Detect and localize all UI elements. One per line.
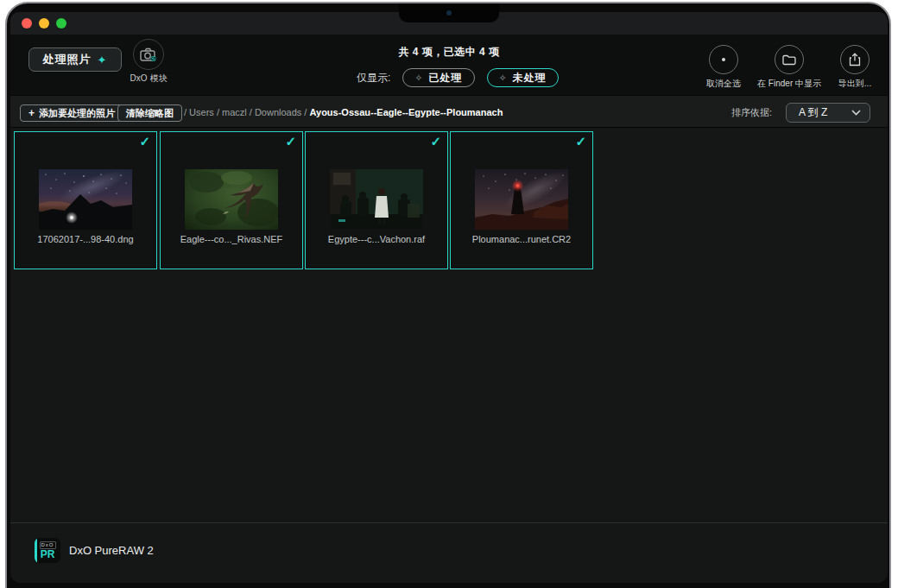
process-photos-label: 处理照片 <box>43 52 92 67</box>
camera-notch <box>399 3 499 22</box>
selected-check-icon: ✓ <box>285 134 296 149</box>
dxo-modules-button[interactable]: DxO 模块 <box>130 39 168 85</box>
close-window-button[interactable] <box>22 18 32 28</box>
deselect-all-label: 取消全选 <box>706 78 741 90</box>
logo-accent-bar <box>35 538 37 563</box>
dxo-modules-label: DxO 模块 <box>130 73 168 85</box>
fullscreen-window-button[interactable] <box>56 18 66 28</box>
clear-thumbnails-button[interactable]: 清除缩略图 <box>117 104 182 122</box>
show-in-finder-label: 在 Finder 中显示 <box>757 78 821 90</box>
photo-filename: 17062017-...98-40.dng <box>15 234 156 244</box>
breadcrumb-path[interactable]: / Users / maczl / Downloads / <box>184 107 310 117</box>
sparkle-outline-icon: ✧ <box>499 73 508 84</box>
secondary-toolbar: + 添加要处理的照片 清除缩略图 / Users / maczl / Downl… <box>10 95 888 128</box>
photo-filename: Egypte---c...Vachon.raf <box>306 234 447 244</box>
photo-tile[interactable]: ✓ <box>305 131 448 269</box>
header-actions: 取消全选 在 Finder 中显示 导出到... <box>701 45 877 90</box>
sort-order-value: A 到 Z <box>799 105 827 120</box>
traffic-lights <box>22 18 66 28</box>
app-window: 处理照片 ✦ DxO 模块 共 4 项，已选中 4 项 仅显示: ✧ <box>10 12 888 583</box>
photo-thumbnail <box>39 169 132 230</box>
footer-bar: DxO PR DxO PureRAW 2 <box>10 522 888 583</box>
photo-tile[interactable]: ✓ <box>14 131 157 269</box>
photo-grid: ✓ <box>10 128 888 522</box>
selected-check-icon: ✓ <box>575 134 586 149</box>
minimize-window-button[interactable] <box>39 18 49 28</box>
filter-label: 仅显示: <box>357 71 390 85</box>
main-toolbar: 处理照片 ✦ DxO 模块 共 4 项，已选中 4 项 仅显示: ✧ <box>10 35 888 95</box>
plus-icon: + <box>28 107 35 119</box>
filter-processed-label: 已处理 <box>429 71 463 85</box>
deselect-all-icon <box>709 45 738 74</box>
photo-filename: Ploumanac...runet.CR2 <box>451 234 592 244</box>
sparkle-icon: ✦ <box>98 54 108 66</box>
add-photos-button[interactable]: + 添加要处理的照片 <box>20 104 123 122</box>
camera-icon <box>133 39 164 70</box>
app-name: DxO PureRAW 2 <box>69 544 154 557</box>
selected-check-icon: ✓ <box>430 134 441 149</box>
clear-thumbnails-label: 清除缩略图 <box>126 107 174 120</box>
export-icon <box>840 45 870 74</box>
export-to-label: 导出到... <box>838 78 871 90</box>
selection-summary: 共 4 项，已选中 4 项 <box>311 45 587 60</box>
photo-thumbnail <box>330 169 423 230</box>
export-to-button[interactable]: 导出到... <box>832 45 877 90</box>
sort-by-label: 排序依据: <box>731 106 772 119</box>
deselect-all-button[interactable]: 取消全选 <box>701 45 746 90</box>
logo-pr-text: PR <box>41 549 55 560</box>
chevron-down-icon <box>851 110 861 116</box>
finder-folder-icon <box>775 45 804 74</box>
sort-area: 排序依据: A 到 Z <box>731 103 870 123</box>
breadcrumb: / Users / maczl / Downloads / Ayous-Ossa… <box>184 107 503 117</box>
camera-dot <box>446 10 452 16</box>
add-photos-label: 添加要处理的照片 <box>39 107 115 120</box>
process-photos-button[interactable]: 处理照片 ✦ <box>28 47 122 72</box>
photo-tile[interactable]: ✓ <box>450 131 593 269</box>
sparkle-outline-icon: ✧ <box>414 73 423 84</box>
photo-thumbnail <box>185 169 278 230</box>
show-in-finder-button[interactable]: 在 Finder 中显示 <box>757 45 821 90</box>
breadcrumb-current-folder: Ayous-Ossau--Eagle--Egypte--Ploumanach <box>310 107 503 117</box>
filter-unprocessed-label: 未处理 <box>513 71 547 85</box>
filter-unprocessed-button[interactable]: ✧ 未处理 <box>487 68 559 87</box>
dxo-pureraw-logo: DxO PR <box>35 538 60 563</box>
photo-filename: Eagle---co..._Rivas.NEF <box>161 234 302 244</box>
sort-order-dropdown[interactable]: A 到 Z <box>786 103 870 123</box>
filter-row: 仅显示: ✧ 已处理 ✧ 未处理 <box>357 68 559 87</box>
photo-tile[interactable]: ✓ <box>160 131 303 269</box>
selected-check-icon: ✓ <box>139 134 150 149</box>
filter-processed-button[interactable]: ✧ 已处理 <box>402 68 474 87</box>
photo-thumbnail <box>475 169 568 230</box>
